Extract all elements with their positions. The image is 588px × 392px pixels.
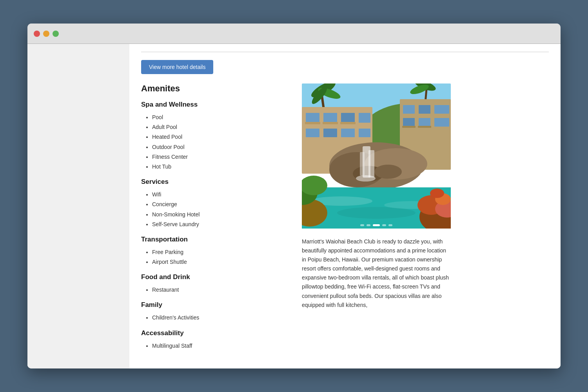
- traffic-lights: [34, 31, 59, 37]
- svg-point-42: [337, 207, 416, 219]
- browser-window: View more hotel details Amenites Spa and…: [27, 24, 561, 368]
- image-dot-3[interactable]: [382, 224, 386, 226]
- svg-rect-17: [306, 129, 319, 137]
- list-item: Multilingual Staff: [152, 341, 290, 351]
- close-button[interactable]: [34, 31, 40, 37]
- svg-rect-13: [359, 113, 370, 123]
- svg-rect-14: [305, 122, 320, 124]
- svg-rect-22: [403, 105, 415, 114]
- sidebar: [27, 44, 129, 368]
- list-item: Adult Pool: [152, 122, 290, 132]
- svg-rect-15: [323, 122, 338, 124]
- svg-rect-16: [340, 122, 356, 124]
- list-item: Free Parking: [152, 247, 290, 257]
- svg-rect-10: [306, 113, 319, 123]
- amenities-title: Amenites: [141, 83, 290, 94]
- amenity-list-1: Wifi Concierge Non-Smoking Hotel Self-Se…: [141, 190, 290, 229]
- category-title-1: Services: [141, 178, 290, 186]
- svg-rect-20: [359, 129, 370, 137]
- browser-content: View more hotel details Amenites Spa and…: [27, 44, 561, 368]
- category-title-5: Accessability: [141, 329, 290, 337]
- amenity-list-5: Multilingual Staff: [141, 341, 290, 351]
- list-item: Outdoor Pool: [152, 142, 290, 152]
- svg-rect-26: [419, 118, 430, 127]
- list-item: Self-Serve Laundry: [152, 220, 290, 229]
- category-title-3: Food and Drink: [141, 273, 290, 281]
- category-title-0: Spa and Wellness: [141, 101, 290, 109]
- amenity-list-4: Children's Activities: [141, 313, 290, 323]
- list-item: Fitness Center: [152, 152, 290, 162]
- image-dot-2[interactable]: [373, 224, 380, 226]
- main-content: View more hotel details Amenites Spa and…: [129, 44, 561, 368]
- hotel-image: [302, 83, 451, 229]
- list-item: Restaurant: [152, 285, 290, 295]
- amenities-left: Amenites Spa and Wellness Pool Adult Poo…: [141, 83, 290, 354]
- svg-rect-28: [402, 126, 416, 128]
- svg-point-34: [374, 165, 402, 179]
- maximize-button[interactable]: [53, 31, 59, 37]
- svg-point-50: [430, 189, 444, 198]
- list-item: Concierge: [152, 200, 290, 209]
- list-item: Non-Smoking Hotel: [152, 210, 290, 220]
- image-dot-0[interactable]: [360, 224, 364, 226]
- amenity-list-3: Restaurant: [141, 285, 290, 295]
- hotel-description: Marriott's Waiohai Beach Club is ready t…: [302, 237, 451, 310]
- list-item: Pool: [152, 113, 290, 122]
- svg-rect-19: [341, 129, 355, 137]
- view-more-button[interactable]: View more hotel details: [141, 60, 213, 74]
- category-title-4: Family: [141, 301, 290, 309]
- browser-titlebar: [27, 24, 561, 44]
- amenity-list-2: Free Parking Airport Shuttle: [141, 247, 290, 267]
- amenities-section: Amenites Spa and Wellness Pool Adult Poo…: [141, 83, 549, 354]
- top-divider: [141, 52, 549, 52]
- svg-rect-29: [418, 126, 431, 128]
- svg-rect-12: [341, 113, 355, 123]
- svg-point-38: [356, 175, 376, 181]
- amenities-right: Marriott's Waiohai Beach Club is ready t…: [302, 83, 451, 354]
- svg-rect-11: [323, 113, 337, 123]
- list-item: Heated Pool: [152, 132, 290, 142]
- svg-rect-24: [434, 105, 449, 114]
- amenity-list-0: Pool Adult Pool Heated Pool Outdoor Pool…: [141, 113, 290, 172]
- list-item: Hot Tub: [152, 162, 290, 172]
- svg-rect-37: [360, 152, 365, 176]
- svg-rect-27: [434, 118, 449, 127]
- category-title-2: Transportation: [141, 236, 290, 243]
- svg-rect-18: [323, 129, 337, 137]
- image-dots: [360, 224, 392, 226]
- hotel-image-container: [302, 83, 451, 230]
- image-dot-4[interactable]: [388, 224, 392, 226]
- image-dot-1[interactable]: [367, 224, 370, 226]
- svg-rect-25: [403, 118, 415, 127]
- list-item: Airport Shuttle: [152, 257, 290, 267]
- svg-rect-23: [419, 105, 430, 114]
- svg-rect-36: [368, 150, 374, 178]
- minimize-button[interactable]: [43, 31, 49, 37]
- list-item: Children's Activities: [152, 313, 290, 323]
- list-item: Wifi: [152, 190, 290, 200]
